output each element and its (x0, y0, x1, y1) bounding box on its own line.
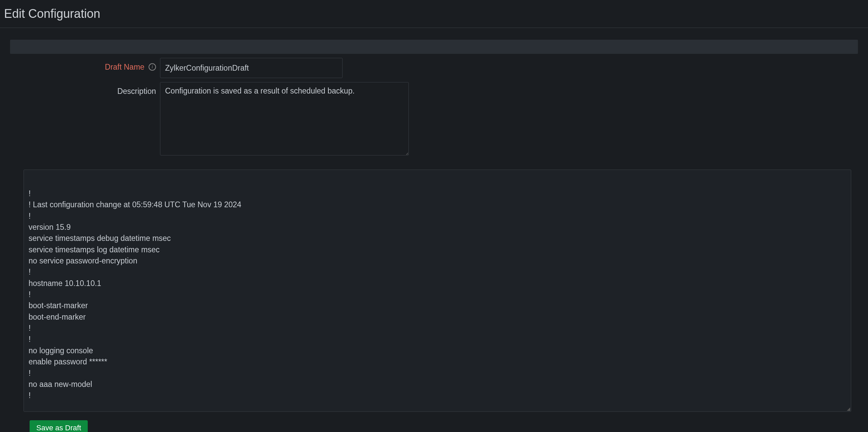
config-content[interactable]: ! ! Last configuration change at 05:59:4… (24, 170, 851, 411)
description-label: Description (10, 82, 160, 96)
resize-handle-icon[interactable] (846, 407, 850, 411)
form-section: Draft Name i Description (0, 58, 868, 155)
draft-name-label: Draft Name i (10, 58, 160, 72)
draft-name-input[interactable] (160, 58, 343, 78)
description-row: Description (10, 82, 858, 155)
content-area: Draft Name i Description ! ! Last config… (0, 40, 868, 432)
page-title: Edit Configuration (4, 7, 864, 21)
page-header: Edit Configuration (0, 0, 868, 28)
info-icon[interactable]: i (149, 63, 156, 71)
config-bar (10, 40, 858, 54)
draft-name-label-text: Draft Name (105, 63, 145, 71)
save-as-draft-button[interactable]: Save as Draft (30, 420, 88, 432)
config-editor[interactable]: ! ! Last configuration change at 05:59:4… (24, 170, 851, 412)
description-textarea[interactable] (160, 82, 409, 155)
draft-name-row: Draft Name i (10, 58, 858, 78)
button-row: Save as Draft (30, 420, 851, 432)
